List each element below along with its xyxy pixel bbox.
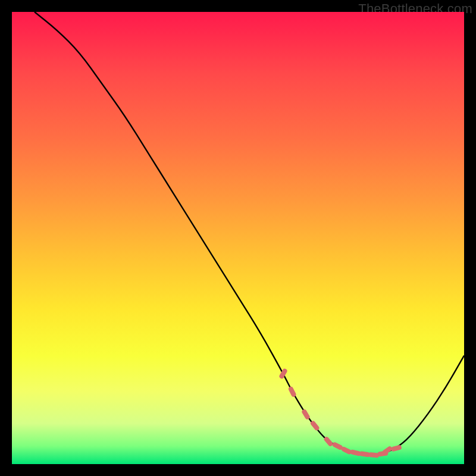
marker-dot xyxy=(301,409,311,421)
chart-svg xyxy=(12,12,464,464)
chart-frame: TheBottleneck.com xyxy=(0,0,476,476)
chart-plot-area xyxy=(12,12,464,464)
marker-dot xyxy=(368,452,380,458)
bottleneck-curve-path xyxy=(35,12,464,455)
marker-dot xyxy=(390,444,402,452)
marker-dot xyxy=(278,368,288,380)
marker-dot xyxy=(288,386,297,398)
marker-dot xyxy=(341,446,353,455)
optimal-range-markers xyxy=(278,368,402,458)
